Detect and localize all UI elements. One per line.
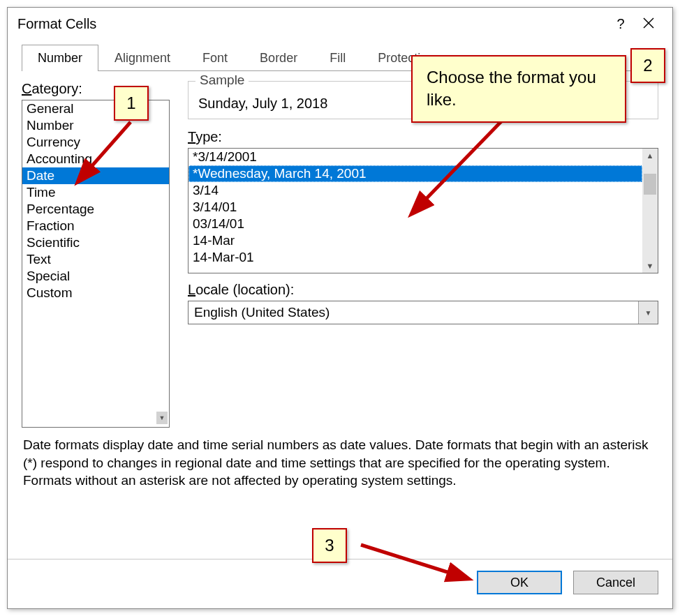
- locale-label: Locale (location):: [188, 282, 658, 298]
- locale-value: English (United States): [194, 305, 330, 320]
- scroll-down-icon[interactable]: ▼: [646, 259, 654, 273]
- category-scroll-down[interactable]: ▼: [156, 412, 168, 424]
- category-item-fraction[interactable]: Fraction: [22, 218, 169, 234]
- annotation-step-3: 3: [312, 528, 347, 563]
- type-item[interactable]: 03/14/01: [189, 216, 642, 232]
- category-item-custom[interactable]: Custom: [22, 285, 169, 301]
- dialog-title: Format Cells: [17, 16, 96, 32]
- chevron-down-icon: ▼: [638, 301, 658, 324]
- close-button[interactable]: [635, 16, 663, 32]
- ok-button[interactable]: OK: [477, 571, 562, 594]
- right-column: Sample Sunday, July 1, 2018 Type: *3/14/…: [188, 81, 658, 428]
- annotation-step-2: 2: [630, 48, 665, 83]
- titlebar: Format Cells ?: [8, 8, 672, 40]
- category-item-percentage[interactable]: Percentage: [22, 201, 169, 218]
- type-item[interactable]: *Wednesday, March 14, 2001: [189, 165, 642, 182]
- annotation-tip: Choose the format you like.: [411, 55, 626, 123]
- close-icon: [643, 17, 654, 29]
- help-button[interactable]: ?: [607, 16, 635, 32]
- category-item-scientific[interactable]: Scientific: [22, 234, 169, 251]
- tab-fill[interactable]: Fill: [313, 45, 362, 71]
- tab-border[interactable]: Border: [244, 45, 313, 71]
- category-item-time[interactable]: Time: [22, 184, 169, 201]
- cancel-button[interactable]: Cancel: [573, 571, 658, 594]
- type-item[interactable]: 14-Mar-01: [189, 249, 642, 266]
- tab-alignment[interactable]: Alignment: [98, 45, 186, 71]
- sample-value: Sunday, July 1, 2018: [198, 96, 327, 111]
- type-scrollbar[interactable]: ▲ ▼: [642, 149, 658, 273]
- format-description: Date formats display date and time seria…: [22, 432, 658, 490]
- category-item-accounting[interactable]: Accounting: [22, 151, 169, 167]
- type-item[interactable]: 3/14/01: [189, 199, 642, 216]
- category-column: Category: General Number Currency Accoun…: [22, 81, 170, 428]
- scroll-up-icon[interactable]: ▲: [646, 149, 654, 163]
- sample-label: Sample: [195, 73, 249, 88]
- tab-number[interactable]: Number: [22, 45, 98, 71]
- category-listbox[interactable]: General Number Currency Accounting Date …: [22, 100, 170, 428]
- type-item[interactable]: 3/14: [189, 182, 642, 199]
- annotation-step-1: 1: [114, 86, 149, 121]
- button-row: OK Cancel: [8, 559, 672, 608]
- category-item-currency[interactable]: Currency: [22, 134, 169, 151]
- category-item-date[interactable]: Date: [22, 167, 169, 184]
- scroll-thumb[interactable]: [644, 174, 656, 195]
- number-pane: Category: General Number Currency Accoun…: [22, 71, 658, 428]
- type-listbox[interactable]: *3/14/2001 *Wednesday, March 14, 2001 3/…: [188, 148, 658, 273]
- category-item-special[interactable]: Special: [22, 268, 169, 285]
- type-label: Type:: [188, 129, 658, 145]
- category-item-text[interactable]: Text: [22, 251, 169, 268]
- format-cells-dialog: Format Cells ? Number Alignment Font Bor…: [7, 7, 673, 609]
- type-item[interactable]: *3/14/2001: [189, 149, 642, 165]
- locale-dropdown[interactable]: English (United States) ▼: [188, 301, 658, 324]
- tab-font[interactable]: Font: [186, 45, 244, 71]
- content-area: Number Alignment Font Border Fill Protec…: [8, 40, 672, 559]
- type-item[interactable]: 14-Mar: [189, 232, 642, 249]
